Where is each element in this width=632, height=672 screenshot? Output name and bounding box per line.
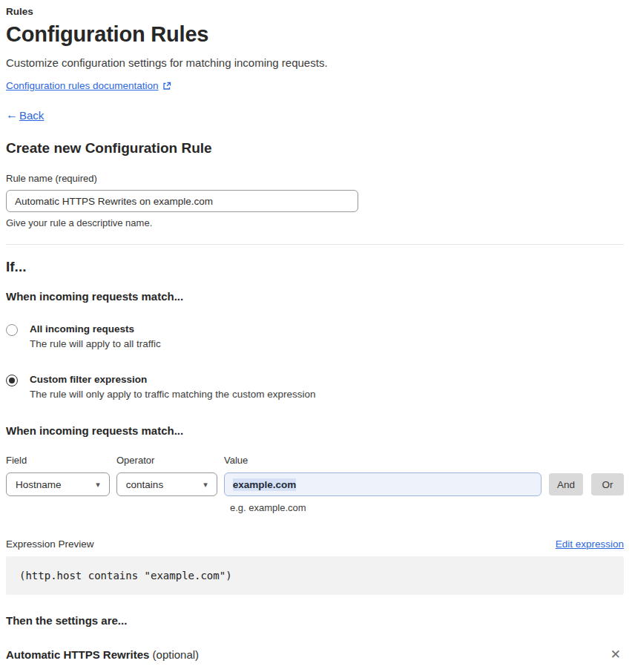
radio-option-custom-filter-expression[interactable]: Custom filter expression The rule will o… xyxy=(6,374,624,400)
expression-builder-labels: Field Operator Value xyxy=(6,455,624,466)
back-link-row: ← Back xyxy=(6,108,624,122)
value-label: Value xyxy=(224,455,542,466)
operator-label: Operator xyxy=(116,455,224,466)
back-link[interactable]: Back xyxy=(19,109,44,122)
operator-select-value: contains xyxy=(126,479,163,490)
match-heading: When incoming requests match... xyxy=(6,290,624,303)
value-input-text: example.com xyxy=(233,478,297,491)
documentation-link[interactable]: Configuration rules documentation xyxy=(6,80,159,91)
operator-select[interactable]: contains ▾ xyxy=(116,472,217,496)
setting-optional-label: (optional) xyxy=(153,648,200,661)
page-subtitle: Customize configuration settings for mat… xyxy=(6,56,624,69)
setting-name: Automatic HTTPS Rewrites xyxy=(6,648,149,661)
expression-code-text: (http.host contains "example.com") xyxy=(19,570,232,582)
radio-option-description: The rule will only apply to traffic matc… xyxy=(30,389,315,400)
rule-name-help: Give your rule a descriptive name. xyxy=(6,217,624,228)
documentation-link-row: Configuration rules documentation xyxy=(6,80,624,91)
expression-builder-row: Hostname ▾ contains ▾ example.com And Or xyxy=(6,472,624,496)
setting-card-header: Automatic HTTPS Rewrites (optional) ✕ xyxy=(6,647,624,662)
external-link-icon xyxy=(162,82,171,90)
if-heading: If... xyxy=(6,259,624,275)
radio-option-all-incoming-requests[interactable]: All incoming requests The rule will appl… xyxy=(6,323,624,349)
section-divider xyxy=(6,244,624,245)
close-icon[interactable]: ✕ xyxy=(608,647,624,662)
value-input[interactable]: example.com xyxy=(224,472,542,496)
radio-selected-icon[interactable] xyxy=(6,375,18,386)
expression-preview-label: Expression Preview xyxy=(6,538,94,550)
then-settings-heading: Then the settings are... xyxy=(6,614,624,627)
expression-builder-heading: When incoming requests match... xyxy=(6,424,624,437)
value-help-text: e.g. example.com xyxy=(230,502,624,513)
edit-expression-link[interactable]: Edit expression xyxy=(556,538,624,550)
radio-option-text: Custom filter expression The rule will o… xyxy=(30,374,315,400)
field-select[interactable]: Hostname ▾ xyxy=(6,472,110,496)
radio-option-description: The rule will apply to all traffic xyxy=(30,338,161,349)
field-label: Field xyxy=(6,455,116,466)
create-rule-heading: Create new Configuration Rule xyxy=(6,140,624,157)
radio-option-label: Custom filter expression xyxy=(30,374,315,385)
breadcrumb: Rules xyxy=(6,6,624,17)
field-select-value: Hostname xyxy=(16,479,62,490)
or-button[interactable]: Or xyxy=(591,473,624,495)
chevron-down-icon: ▾ xyxy=(203,480,208,490)
radio-option-text: All incoming requests The rule will appl… xyxy=(30,323,161,349)
setting-title: Automatic HTTPS Rewrites (optional) xyxy=(6,648,199,661)
chevron-down-icon: ▾ xyxy=(96,480,100,490)
rule-name-input[interactable] xyxy=(6,190,358,212)
back-arrow-icon: ← xyxy=(6,108,18,122)
radio-option-label: All incoming requests xyxy=(30,323,161,335)
page-title: Configuration Rules xyxy=(6,22,624,47)
configuration-rules-page: Rules Configuration Rules Customize conf… xyxy=(6,6,624,672)
expression-preview-header: Expression Preview Edit expression xyxy=(6,538,624,550)
radio-unselected-icon[interactable] xyxy=(6,324,18,336)
rule-name-label: Rule name (required) xyxy=(6,173,624,184)
expression-preview-code: (http.host contains "example.com") xyxy=(6,556,624,595)
and-button[interactable]: And xyxy=(549,473,583,495)
